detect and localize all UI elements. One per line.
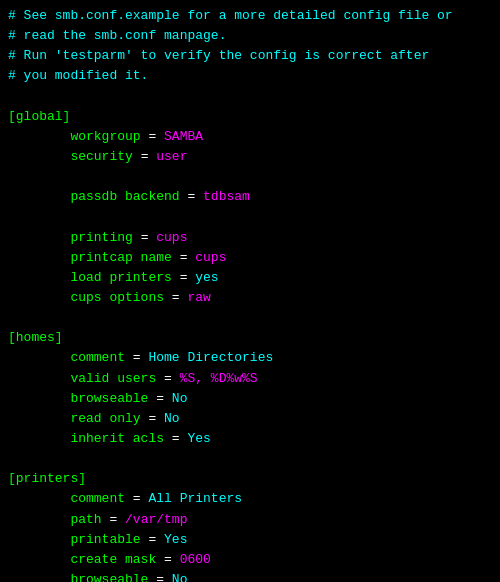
- code-line: comment = Home Directories: [8, 348, 492, 368]
- code-line: [printers]: [8, 469, 492, 489]
- config-key: read only: [8, 411, 141, 426]
- config-key: security: [8, 149, 133, 164]
- code-line: [8, 308, 492, 328]
- code-line: [8, 167, 492, 187]
- config-key: printable: [8, 532, 141, 547]
- section-header: [homes]: [8, 330, 63, 345]
- config-key: valid users: [8, 371, 156, 386]
- code-line: [homes]: [8, 328, 492, 348]
- equals-sign: =: [172, 270, 195, 285]
- equals-sign: =: [125, 491, 148, 506]
- code-line: create mask = 0600: [8, 550, 492, 570]
- config-key: create mask: [8, 552, 156, 567]
- equals-sign: =: [133, 230, 156, 245]
- code-line: read only = No: [8, 409, 492, 429]
- config-key: browseable: [8, 391, 148, 406]
- comment-text: # read the smb.conf manpage.: [8, 28, 226, 43]
- config-value: cups: [195, 250, 226, 265]
- comment-text: # you modified it.: [8, 68, 148, 83]
- code-line: [global]: [8, 107, 492, 127]
- code-line: valid users = %S, %D%w%S: [8, 369, 492, 389]
- config-key: path: [8, 512, 102, 527]
- config-value: Home Directories: [148, 350, 273, 365]
- equals-sign: =: [141, 532, 164, 547]
- section-header: [printers]: [8, 471, 86, 486]
- config-key: printcap name: [8, 250, 172, 265]
- config-value: user: [156, 149, 187, 164]
- equals-sign: =: [156, 552, 179, 567]
- code-line: # you modified it.: [8, 66, 492, 86]
- config-value: Yes: [187, 431, 210, 446]
- code-line: comment = All Printers: [8, 489, 492, 509]
- equals-sign: =: [133, 149, 156, 164]
- code-line: # See smb.conf.example for a more detail…: [8, 6, 492, 26]
- config-key: load printers: [8, 270, 172, 285]
- code-line: printable = Yes: [8, 530, 492, 550]
- config-value: No: [172, 572, 188, 582]
- equals-sign: =: [172, 250, 195, 265]
- code-line: [8, 207, 492, 227]
- code-line: printcap name = cups: [8, 248, 492, 268]
- code-line: passdb backend = tdbsam: [8, 187, 492, 207]
- equals-sign: =: [148, 391, 171, 406]
- equals-sign: =: [164, 290, 187, 305]
- config-key: inherit acls: [8, 431, 164, 446]
- code-line: printing = cups: [8, 228, 492, 248]
- config-value: 0600: [180, 552, 211, 567]
- code-line: browseable = No: [8, 389, 492, 409]
- config-key: printing: [8, 230, 133, 245]
- comment-text: # Run 'testparm' to verify the config is…: [8, 48, 429, 63]
- config-value: cups: [156, 230, 187, 245]
- code-line: [8, 87, 492, 107]
- config-value: raw: [187, 290, 210, 305]
- config-value: yes: [195, 270, 218, 285]
- equals-sign: =: [180, 189, 203, 204]
- config-key: workgroup: [8, 129, 141, 144]
- code-line: cups options = raw: [8, 288, 492, 308]
- config-value: No: [164, 411, 180, 426]
- config-key: passdb backend: [8, 189, 180, 204]
- config-key: comment: [8, 491, 125, 506]
- code-line: inherit acls = Yes: [8, 429, 492, 449]
- equals-sign: =: [141, 411, 164, 426]
- code-line: # Run 'testparm' to verify the config is…: [8, 46, 492, 66]
- config-key: comment: [8, 350, 125, 365]
- code-line: workgroup = SAMBA: [8, 127, 492, 147]
- code-line: browseable = No: [8, 570, 492, 582]
- config-value: Yes: [164, 532, 187, 547]
- editor: # See smb.conf.example for a more detail…: [0, 0, 500, 582]
- config-key: browseable: [8, 572, 148, 582]
- equals-sign: =: [164, 431, 187, 446]
- code-line: # read the smb.conf manpage.: [8, 26, 492, 46]
- config-value: SAMBA: [164, 129, 203, 144]
- equals-sign: =: [148, 572, 171, 582]
- code-line: security = user: [8, 147, 492, 167]
- equals-sign: =: [156, 371, 179, 386]
- config-key: cups options: [8, 290, 164, 305]
- comment-text: # See smb.conf.example for a more detail…: [8, 8, 453, 23]
- config-value: /var/tmp: [125, 512, 187, 527]
- config-value: No: [172, 391, 188, 406]
- code-line: path = /var/tmp: [8, 510, 492, 530]
- equals-sign: =: [125, 350, 148, 365]
- code-line: [8, 449, 492, 469]
- section-header: [global]: [8, 109, 70, 124]
- config-value: tdbsam: [203, 189, 250, 204]
- config-value: All Printers: [148, 491, 242, 506]
- config-value: %S, %D%w%S: [180, 371, 258, 386]
- code-line: load printers = yes: [8, 268, 492, 288]
- equals-sign: =: [102, 512, 125, 527]
- equals-sign: =: [141, 129, 164, 144]
